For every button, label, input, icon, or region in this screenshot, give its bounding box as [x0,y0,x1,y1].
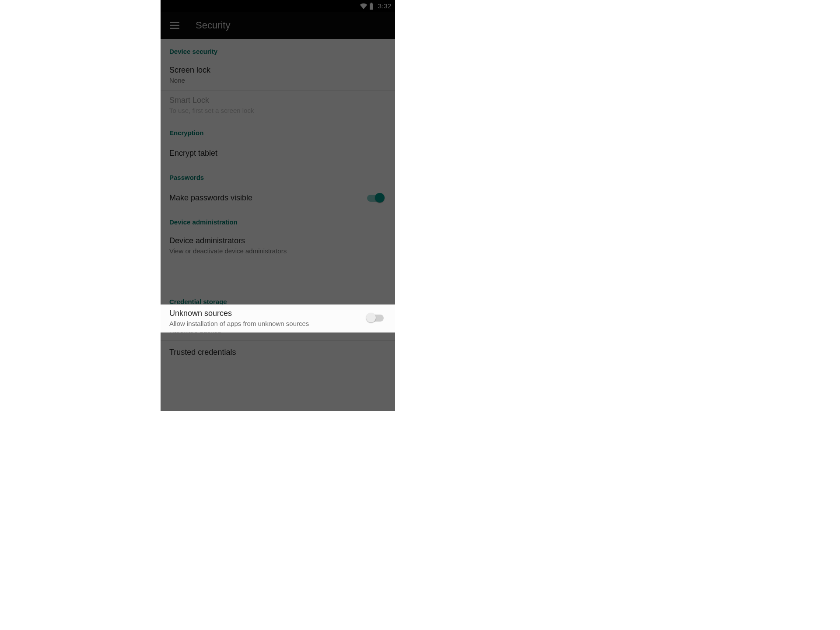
status-clock: 3:32 [378,2,392,10]
item-title: Screen lock [169,66,379,75]
wifi-icon [360,3,368,9]
device-frame: 3:32 Security Device security Scr [161,0,395,411]
section-encryption: Encryption [161,120,395,142]
item-sub: View or deactivate device administrators [169,247,379,255]
svg-rect-1 [370,4,373,10]
section-device-admin: Device administration [161,210,395,231]
item-screen-lock[interactable]: Screen lock None [161,60,395,90]
item-device-administrators[interactable]: Device administrators View or deactivate… [161,231,395,261]
menu-icon[interactable] [168,19,181,32]
status-icons: 3:32 [360,2,392,10]
item-title: Device administrators [169,236,379,245]
stage: 3:32 Security Device security Scr [0,0,840,630]
item-title: Smart Lock [169,96,379,105]
item-encrypt-tablet[interactable]: Encrypt tablet [161,142,395,165]
status-bar: 3:32 [161,0,395,12]
item-make-passwords-visible[interactable]: Make passwords visible [161,186,395,210]
toggle-unknown-sources[interactable] [367,315,384,322]
item-title: Trusted credentials [169,348,379,357]
app-title: Security [196,20,230,31]
app-bar: Security [161,12,395,39]
item-sub: To use, first set a screen lock [169,107,379,114]
item-title: Unknown sources [169,309,309,318]
battery-icon [369,3,374,10]
toggle-passwords-visible[interactable] [367,195,384,202]
item-unknown-sources[interactable]: Unknown sources Allow installation of ap… [161,304,395,332]
item-sub: None [169,77,379,84]
unknown-sources-placeholder [161,261,395,289]
item-smart-lock: Smart Lock To use, first set a screen lo… [161,91,395,120]
screen: 3:32 Security Device security Scr [161,0,395,411]
svg-rect-2 [170,22,179,23]
item-trusted-credentials[interactable]: Trusted credentials [161,341,395,364]
section-device-security: Device security [161,39,395,60]
item-title: Encrypt tablet [169,149,379,158]
item-sub: Allow installation of apps from unknown … [169,320,309,327]
svg-rect-0 [371,3,372,4]
item-title: Make passwords visible [169,193,360,203]
settings-list[interactable]: Device security Screen lock None Smart L… [161,39,395,411]
section-passwords: Passwords [161,165,395,186]
svg-rect-4 [170,28,179,29]
svg-rect-3 [170,25,179,26]
